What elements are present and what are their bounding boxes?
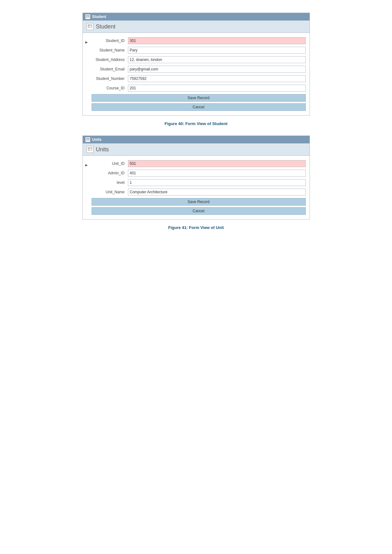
units-title-label: Units [92, 137, 102, 142]
student-field-input-1[interactable] [128, 47, 306, 54]
student-form-title: Student [96, 23, 116, 30]
units-field-row-0: Unit_ID [92, 160, 306, 167]
units-field-row-3: Unit_Name [92, 189, 306, 196]
student-form: Student Student ▶ Student_IDStudent_Name… [82, 13, 310, 116]
svg-rect-2 [88, 25, 92, 27]
svg-rect-0 [87, 15, 89, 17]
units-field-label-1: Admin_ID [92, 171, 128, 175]
student-field-label-0: Student_ID [92, 39, 128, 43]
units-form: Units Units ▶ Unit_IDAdmin_IDlevelUnit_N… [82, 135, 310, 220]
student-field-row-1: Student_Name [92, 47, 306, 54]
student-nav-arrow: ▶ [83, 36, 90, 112]
units-field-input-0[interactable] [128, 160, 306, 167]
units-field-row-1: Admin_ID [92, 170, 306, 177]
student-cancel-button[interactable]: Cancel [92, 103, 306, 111]
student-field-input-4[interactable] [128, 75, 306, 82]
student-save-button[interactable]: Save Record [92, 94, 306, 102]
units-field-input-3[interactable] [128, 189, 306, 196]
student-form-header: Student [83, 21, 310, 33]
student-title-icon [85, 14, 90, 19]
student-field-row-0: Student_ID [92, 37, 306, 44]
units-field-row-2: level [92, 179, 306, 186]
student-field-label-4: Student_Number [92, 76, 128, 81]
units-fields: Unit_IDAdmin_IDlevelUnit_Name Save Recor… [90, 159, 310, 216]
units-cancel-button[interactable]: Cancel [92, 207, 306, 215]
units-nav-arrow: ▶ [83, 159, 90, 216]
student-field-row-2: Student_Address [92, 56, 306, 63]
student-form-body: ▶ Student_IDStudent_NameStudent_AddressS… [83, 33, 310, 115]
student-field-row-3: Student_Email [92, 66, 306, 73]
student-field-label-5: Course_ID [92, 86, 128, 90]
units-field-label-3: Unit_Name [92, 190, 128, 194]
student-field-label-1: Student_Name [92, 48, 128, 52]
units-btn-row: Save Record Cancel [92, 198, 306, 215]
student-header-icon [87, 23, 93, 30]
student-title-bar: Student [83, 13, 310, 21]
student-field-row-4: Student_Number [92, 75, 306, 82]
student-field-input-2[interactable] [128, 56, 306, 63]
student-field-label-2: Student_Address [92, 57, 128, 62]
student-field-label-3: Student_Email [92, 67, 128, 71]
student-fields: Student_IDStudent_NameStudent_AddressStu… [90, 36, 310, 112]
student-field-input-3[interactable] [128, 66, 306, 73]
units-field-label-2: level [92, 180, 128, 185]
student-field-input-5[interactable] [128, 85, 306, 92]
units-title-bar: Units [83, 136, 310, 143]
student-field-input-0[interactable] [128, 37, 306, 44]
units-save-button[interactable]: Save Record [92, 198, 306, 206]
units-field-label-0: Unit_ID [92, 161, 128, 166]
units-figure-caption: Figure 41: Form View of Unit [19, 225, 373, 230]
svg-rect-7 [88, 148, 92, 150]
student-field-row-5: Course_ID [92, 85, 306, 92]
units-header-icon [87, 146, 93, 153]
student-btn-row: Save Record Cancel [92, 94, 306, 111]
units-field-input-2[interactable] [128, 179, 306, 186]
units-form-title: Units [96, 146, 109, 153]
svg-rect-5 [87, 138, 89, 140]
units-form-header: Units [83, 143, 310, 156]
units-field-input-1[interactable] [128, 170, 306, 177]
student-figure-caption: Figure 40: Form View of Student [19, 121, 373, 126]
units-title-icon [85, 137, 90, 142]
units-form-body: ▶ Unit_IDAdmin_IDlevelUnit_Name Save Rec… [83, 156, 310, 219]
student-title-label: Student [92, 15, 106, 19]
